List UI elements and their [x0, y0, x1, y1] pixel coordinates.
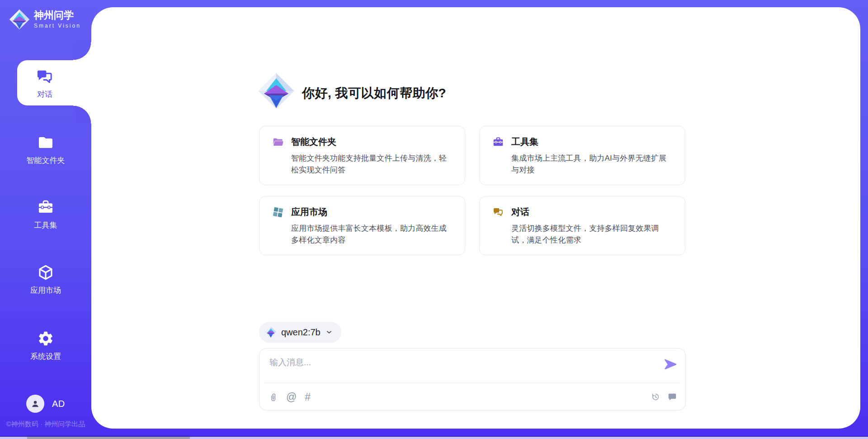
card-description: 应用市场提供丰富长文本模板，助力高效生成多样化文章内容 — [291, 223, 453, 246]
sidebar-item-system-settings[interactable]: 系统设置 — [0, 330, 91, 362]
card-title: 智能文件夹 — [291, 136, 336, 148]
paperclip-icon[interactable] — [269, 392, 278, 402]
scrollbar-thumb[interactable] — [27, 437, 190, 439]
message-composer: @ # — [259, 348, 686, 410]
welcome-diamond-icon — [258, 72, 295, 110]
copyright-footer: ©神州数码 · 神州问学出品 — [0, 420, 91, 429]
composer-divider — [264, 383, 681, 383]
gear-icon — [37, 330, 54, 347]
card-description: 集成市场上主流工具，助力AI与外界无缝扩展与对接 — [511, 153, 673, 176]
sidebar-item-label: 系统设置 — [30, 351, 61, 362]
horizontal-scrollbar[interactable] — [0, 437, 868, 439]
composer-toolbar-right — [651, 383, 677, 410]
brand-name: 神州问学 — [34, 10, 81, 21]
card-title: 工具集 — [511, 136, 538, 148]
toolbox-icon — [492, 136, 504, 148]
sidebar-item-chat-active[interactable]: 对话 — [17, 60, 93, 105]
model-name: qwen2:7b — [281, 327, 321, 338]
user-account[interactable]: AD — [26, 395, 65, 413]
message-input[interactable] — [269, 356, 646, 380]
brand-diamond-icon — [9, 9, 30, 30]
brand-subtitle: Smart Vision — [34, 23, 81, 29]
sidebar-item-smart-folder[interactable]: 智能文件夹 — [0, 134, 91, 166]
card-smart-folder[interactable]: 智能文件夹 智能文件夹功能支持批量文件上传与清洗，轻松实现文件问答 — [259, 126, 465, 185]
sidebar-item-label: 智能文件夹 — [27, 155, 65, 166]
folder-icon — [37, 134, 54, 151]
card-app-market[interactable]: 应用市场 应用市场提供丰富长文本模板，助力高效生成多样化文章内容 — [259, 196, 465, 255]
chat-duo-icon — [492, 206, 504, 218]
sidebar-item-label: 对话 — [37, 89, 52, 100]
sidebar-item-label: 应用市场 — [30, 285, 61, 296]
card-toolset[interactable]: 工具集 集成市场上主流工具，助力AI与外界无缝扩展与对接 — [479, 126, 685, 185]
toolbox-icon — [37, 199, 54, 216]
greeting-title: 你好, 我可以如何帮助你? — [302, 85, 446, 102]
chevron-down-icon — [325, 328, 333, 336]
card-description: 灵活切换多模型文件，支持多样回复效果调试，满足个性化需求 — [511, 223, 673, 246]
mention-icon[interactable]: @ — [286, 392, 297, 402]
card-description: 智能文件夹功能支持批量文件上传与清洗，轻松实现文件问答 — [291, 153, 453, 176]
person-icon — [30, 398, 41, 409]
feature-cards: 智能文件夹 智能文件夹功能支持批量文件上传与清洗，轻松实现文件问答 工具集 集成… — [259, 126, 685, 255]
avatar — [26, 395, 44, 413]
quick-reply-icon[interactable] — [667, 392, 677, 402]
brand-logo: 神州问学 Smart Vision — [9, 9, 81, 30]
send-icon[interactable] — [664, 358, 677, 371]
folder-open-icon — [272, 136, 284, 148]
card-title: 对话 — [511, 206, 529, 218]
cube-icon — [37, 264, 54, 281]
user-label: AD — [52, 399, 65, 409]
sidebar-item-toolset[interactable]: 工具集 — [0, 199, 91, 230]
sidebar-item-app-market[interactable]: 应用市场 — [0, 264, 91, 296]
composer-toolbar: @ # — [269, 383, 311, 410]
model-selector[interactable]: qwen2:7b — [259, 322, 341, 343]
sidebar: 神州问学 Smart Vision 对话 智能文件夹 工具集 应用市场 系统设置… — [0, 0, 91, 439]
hash-icon[interactable]: # — [305, 392, 311, 402]
card-title: 应用市场 — [291, 206, 327, 218]
chat-duo-icon — [35, 67, 54, 86]
history-icon[interactable] — [651, 392, 660, 402]
sidebar-item-label: 工具集 — [34, 220, 57, 230]
card-chat[interactable]: 对话 灵活切换多模型文件，支持多样回复效果调试，满足个性化需求 — [479, 196, 685, 255]
grid-tiles-icon — [272, 206, 284, 218]
model-diamond-icon — [265, 326, 277, 338]
